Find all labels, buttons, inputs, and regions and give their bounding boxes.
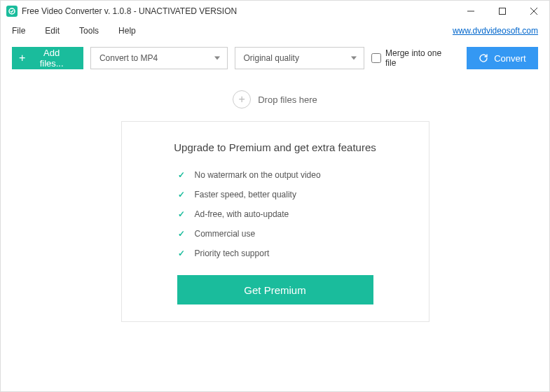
format-selected: Convert to MP4 [99, 53, 158, 63]
merge-label: Merge into one file [385, 48, 453, 68]
feature-item: ✓Faster speed, better quality [178, 190, 401, 200]
premium-box: Upgrade to Premium and get extra feature… [121, 121, 429, 322]
quality-dropdown[interactable]: Original quality [235, 47, 365, 69]
check-icon: ✓ [178, 190, 185, 200]
menubar: File Edit Tools Help www.dvdvideosoft.co… [1, 22, 549, 40]
menu-edit[interactable]: Edit [45, 26, 60, 36]
feature-item: ✓Priority tech support [178, 248, 401, 258]
premium-title: Upgrade to Premium and get extra feature… [150, 141, 401, 153]
check-icon: ✓ [178, 248, 185, 258]
toolbar: + Add files... Convert to MP4 Original q… [1, 40, 549, 76]
plus-icon: + [19, 52, 25, 64]
feature-list: ✓No watermark on the output video ✓Faste… [178, 170, 401, 258]
format-dropdown[interactable]: Convert to MP4 [90, 47, 228, 69]
convert-button[interactable]: Convert [467, 47, 538, 69]
titlebar: Free Video Converter v. 1.0.8 - UNACTIVA… [1, 1, 549, 22]
check-icon: ✓ [178, 229, 185, 239]
add-files-button[interactable]: + Add files... [12, 47, 83, 69]
check-icon: ✓ [178, 170, 185, 180]
minimize-button[interactable] [455, 1, 486, 22]
menu-file[interactable]: File [12, 26, 25, 36]
merge-checkbox[interactable] [371, 53, 381, 63]
menu-tools[interactable]: Tools [79, 26, 99, 36]
window-controls [455, 1, 549, 22]
dropzone-text: Drop files here [258, 94, 317, 105]
menu-help[interactable]: Help [118, 26, 136, 36]
app-icon [6, 6, 18, 17]
feature-item: ✓Ad-free, with auto-update [178, 209, 401, 219]
get-premium-button[interactable]: Get Premium [177, 275, 373, 304]
convert-label: Convert [494, 53, 526, 64]
dropzone[interactable]: + Drop files here [1, 90, 549, 108]
refresh-icon [479, 53, 488, 63]
svg-rect-2 [499, 8, 505, 15]
feature-item: ✓No watermark on the output video [178, 170, 401, 180]
window-title: Free Video Converter v. 1.0.8 - UNACTIVA… [22, 6, 455, 16]
check-icon: ✓ [178, 209, 185, 219]
close-button[interactable] [518, 1, 549, 22]
maximize-button[interactable] [486, 1, 518, 22]
plus-circle-icon: + [233, 90, 251, 108]
add-files-label: Add files... [31, 48, 72, 69]
merge-checkbox-wrap[interactable]: Merge into one file [371, 48, 452, 68]
feature-item: ✓Commercial use [178, 229, 401, 239]
quality-selected: Original quality [244, 53, 299, 63]
website-link[interactable]: www.dvdvideosoft.com [453, 26, 538, 36]
